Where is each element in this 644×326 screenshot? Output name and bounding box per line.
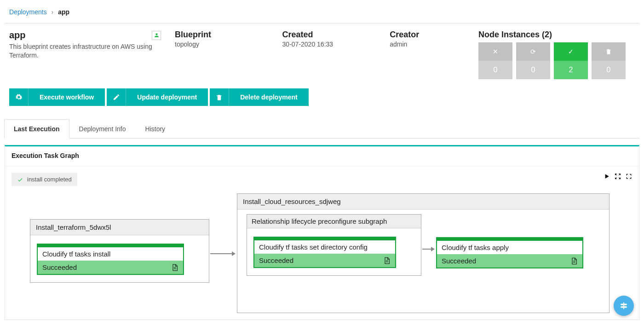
status-tile-failed[interactable]: ✕ 0: [478, 42, 512, 79]
graph-node-title: Install_terraform_5dwx5l: [30, 220, 209, 235]
subgraph-relationship-lifecycle[interactable]: Relationship lifecycle preconfigure subg…: [247, 214, 421, 276]
deployment-name: app: [9, 30, 26, 41]
graph-node-install-cloud-resources[interactable]: Install_cloud_resources_sdjweg Relations…: [237, 193, 610, 313]
task-title: Cloudify tf tasks apply: [437, 241, 582, 254]
edit-icon: [107, 88, 126, 106]
arrow-icon: [422, 249, 434, 250]
signpost-icon: [619, 301, 629, 311]
status-tile-success[interactable]: ✓ 2: [554, 42, 588, 79]
fit-icon[interactable]: [614, 173, 621, 180]
task-status: Succeeded: [442, 257, 476, 265]
document-icon: [570, 257, 578, 265]
document-icon: [171, 264, 178, 271]
user-icon: [152, 31, 161, 40]
tab-last-execution[interactable]: Last Execution: [4, 119, 69, 139]
check-icon: ✓: [568, 48, 574, 55]
delete-deployment-button[interactable]: Delete deployment: [210, 88, 308, 106]
execution-graph-panel: Execution Task Graph install completed: [5, 145, 639, 320]
trash-icon: [210, 88, 229, 106]
spinner-icon: ⟳: [530, 48, 536, 55]
execution-status-text: install completed: [27, 176, 72, 183]
tab-deployment-info[interactable]: Deployment Info: [69, 119, 136, 139]
created-label: Created: [282, 30, 376, 40]
cogs-icon: [9, 88, 29, 106]
update-deployment-label: Update deployment: [126, 93, 208, 101]
breadcrumb-root[interactable]: Deployments: [9, 8, 47, 16]
created-value: 30-07-2020 16:33: [282, 41, 376, 48]
graph-node-install-terraform[interactable]: Install_terraform_5dwx5l Cloudify tf tas…: [30, 219, 209, 283]
deployment-header: app This blueprint creates infrastructur…: [5, 30, 639, 88]
task-card-set-directory[interactable]: Cloudify tf tasks set directory config S…: [253, 237, 396, 268]
creator-value: admin: [390, 41, 465, 48]
tab-history[interactable]: History: [136, 119, 175, 139]
arrow-icon: [210, 253, 235, 254]
trash-icon: [605, 48, 612, 55]
blueprint-value: topology: [175, 41, 269, 48]
help-fab[interactable]: [614, 296, 634, 316]
breadcrumb-current: app: [58, 8, 69, 16]
task-card-install[interactable]: Cloudify tf tasks install Succeeded: [37, 244, 184, 275]
delete-deployment-label: Delete deployment: [229, 93, 308, 101]
close-icon: ✕: [493, 48, 498, 55]
fullscreen-icon[interactable]: [625, 173, 632, 180]
breadcrumb: Deployments › app: [5, 0, 639, 23]
play-icon[interactable]: [603, 173, 610, 180]
deployment-description: This blueprint creates infrastructure on…: [9, 42, 161, 60]
document-icon: [383, 257, 391, 264]
task-status: Succeeded: [42, 263, 77, 271]
status-tile-loading-count: 0: [516, 61, 550, 79]
check-icon: [17, 176, 23, 183]
blueprint-label: Blueprint: [175, 30, 269, 40]
status-tile-loading[interactable]: ⟳ 0: [516, 42, 550, 79]
task-title: Cloudify tf tasks install: [38, 247, 183, 261]
execute-workflow-label: Execute workflow: [29, 93, 105, 101]
tabs: Last Execution Deployment Info History: [4, 119, 639, 139]
update-deployment-button[interactable]: Update deployment: [107, 88, 208, 106]
status-tile-deleted[interactable]: 0: [592, 42, 626, 79]
task-card-apply[interactable]: Cloudify tf tasks apply Succeeded: [436, 237, 583, 268]
status-tile-deleted-count: 0: [592, 61, 626, 79]
execute-workflow-button[interactable]: Execute workflow: [9, 88, 105, 106]
status-tile-failed-count: 0: [478, 61, 512, 79]
task-title: Cloudify tf tasks set directory config: [254, 240, 395, 254]
task-status: Succeeded: [259, 256, 293, 264]
execution-status-chip: install completed: [12, 173, 77, 186]
graph-node-title: Install_cloud_resources_sdjweg: [237, 194, 609, 210]
status-tile-success-count: 2: [554, 61, 588, 79]
panel-title: Execution Task Graph: [5, 146, 639, 166]
divider: [5, 23, 639, 23]
breadcrumb-separator: ›: [52, 8, 54, 16]
task-graph[interactable]: Install_terraform_5dwx5l Cloudify tf tas…: [12, 193, 632, 313]
node-instances-label: Node Instances (2): [478, 30, 635, 40]
subgraph-title: Relationship lifecycle preconfigure subg…: [247, 215, 421, 228]
creator-label: Creator: [390, 30, 465, 40]
